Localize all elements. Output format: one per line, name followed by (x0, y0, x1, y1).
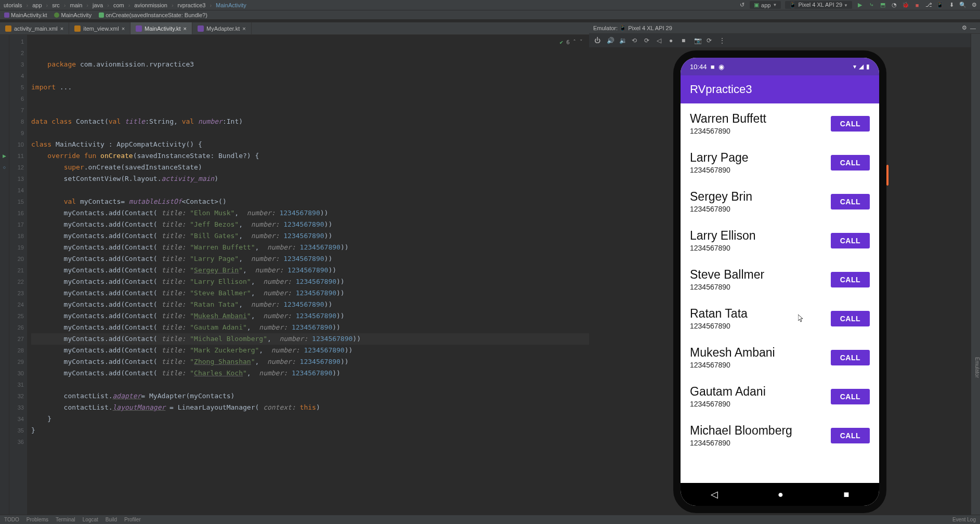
contact-row[interactable]: Larry Ellison1234567890CALL (681, 220, 879, 259)
crumb[interactable]: main (69, 2, 84, 8)
stop-icon[interactable]: ■ (913, 2, 921, 9)
profile-icon[interactable]: ◔ (891, 2, 898, 9)
sb-profiler[interactable]: Profiler (124, 517, 141, 522)
overview-icon[interactable]: ■ (682, 37, 689, 44)
menubar: utorials› app› src› main› java› com› avi… (0, 0, 980, 10)
contact-row[interactable]: Sergey Brin1234567890CALL (681, 181, 879, 220)
contact-row[interactable]: Michael Bloomberg1234567890CALL (681, 415, 879, 454)
crumb[interactable]: rvpractice3 (176, 2, 207, 8)
close-icon[interactable]: × (60, 25, 63, 32)
contact-name: Gautam Adani (690, 385, 766, 399)
run-config-dropdown[interactable]: ▣ app ▼ (750, 1, 781, 9)
debug-icon[interactable]: ⤷ (868, 2, 875, 9)
attach-icon[interactable]: 🐞 (902, 2, 909, 9)
minimize-icon[interactable]: — (970, 25, 976, 31)
nav-back-icon[interactable]: ◁ (711, 489, 718, 500)
rotate-right-icon[interactable]: ⟳ (644, 37, 651, 44)
git-icon[interactable]: ⎇ (925, 2, 932, 9)
tab-myadapter[interactable]: MyAdapter.kt× (192, 22, 252, 34)
xml-icon (5, 25, 11, 32)
phone-screen[interactable]: 10:44 ■ ◉ ▾◢▮ RVpractice3 Warren Buffett… (681, 58, 879, 506)
contact-name: Sergey Brin (690, 190, 752, 204)
volume-up-icon[interactable]: 🔊 (607, 37, 614, 44)
close-icon[interactable]: × (184, 25, 187, 32)
contact-row[interactable]: Warren Buffett1234567890CALL (681, 103, 879, 142)
nav-file[interactable]: MainActivity.kt (2, 12, 49, 18)
crumb[interactable]: MainActivity (214, 2, 248, 8)
breadcrumb[interactable]: utorials› app› src› main› java› com› avi… (2, 2, 248, 8)
sb-build[interactable]: Build (106, 517, 117, 522)
crumb[interactable]: avionmission (133, 2, 169, 8)
coverage-icon[interactable]: ⬒ (879, 2, 886, 9)
rotate-left-icon[interactable]: ⟲ (632, 37, 639, 44)
volume-down-icon[interactable]: 🔉 (619, 37, 626, 44)
tab-activity-main[interactable]: activity_main.xml× (0, 22, 69, 34)
chevron-down-icon[interactable]: ˇ (579, 37, 583, 48)
chevron-up-icon[interactable]: ˆ (573, 37, 577, 48)
wifi-icon: ▾ (853, 63, 856, 70)
crumb[interactable]: com (112, 2, 126, 8)
home-icon[interactable]: ● (669, 37, 676, 44)
nav-recent-icon[interactable]: ■ (843, 489, 849, 500)
sb-terminal[interactable]: Terminal (56, 517, 75, 522)
crumb[interactable]: src (50, 2, 61, 8)
more-icon[interactable]: ⋮ (719, 37, 726, 44)
close-icon[interactable]: × (242, 25, 245, 32)
power-icon[interactable]: ⏻ (594, 37, 602, 44)
gear-icon[interactable]: ⚙ (962, 24, 967, 31)
run-config-label: app (761, 2, 770, 8)
contact-row[interactable]: Ratan Tata1234567890CALL (681, 298, 879, 337)
contact-number: 1234567890 (690, 400, 766, 408)
sb-eventlog[interactable]: Event Log (952, 517, 976, 522)
nav-method[interactable]: onCreate(savedInstanceState: Bundle?) (97, 12, 210, 18)
crumb[interactable]: utorials (2, 2, 23, 8)
status-bar: TODO Problems Terminal Logcat Build Prof… (0, 515, 980, 524)
contact-row[interactable]: Steve Ballmer1234567890CALL (681, 259, 879, 298)
call-button[interactable]: CALL (831, 389, 870, 404)
right-sidebar[interactable]: Emulator (971, 34, 980, 515)
device-dropdown[interactable]: 📱 Pixel 4 XL API 29 ▼ (785, 1, 852, 9)
contact-row[interactable]: Larry Page1234567890CALL (681, 142, 879, 181)
inspection-widget[interactable]: ✔ 6 ˆ ˇ (560, 37, 583, 48)
contact-number: 1234567890 (690, 244, 756, 252)
avd-icon[interactable]: 📱 (936, 2, 944, 9)
phone-time: 10:44 (690, 63, 707, 71)
back-icon[interactable]: ◁ (657, 37, 664, 44)
call-button[interactable]: CALL (831, 428, 870, 443)
sdk-icon[interactable]: ⬇ (948, 2, 955, 9)
contact-number: 1234567890 (690, 361, 775, 369)
nav-home-icon[interactable]: ● (778, 489, 783, 500)
code-area[interactable]: ✔ 6 ˆ ˇ package com.avionmission.rvpract… (27, 35, 589, 515)
screenshot-icon[interactable]: 📷 (694, 37, 701, 44)
run-icon[interactable]: ▶ (856, 2, 864, 9)
call-button[interactable]: CALL (831, 116, 870, 132)
run-gutter-icon[interactable]: ▶ (0, 150, 9, 162)
screen-record-icon[interactable]: ⟳ (707, 37, 714, 44)
sb-problems[interactable]: Problems (27, 517, 48, 522)
tab-item-view[interactable]: item_view.xml× (69, 22, 130, 34)
editor[interactable]: ▶ ○ 123456789101112131415161718192021222… (0, 35, 589, 515)
tab-mainactivity[interactable]: MainActivity.kt× (130, 22, 192, 34)
call-button[interactable]: CALL (831, 272, 870, 287)
sb-logcat[interactable]: Logcat (83, 517, 98, 522)
crumb[interactable]: app (31, 2, 43, 8)
call-button[interactable]: CALL (831, 350, 870, 365)
close-icon[interactable]: × (122, 25, 125, 32)
call-button[interactable]: CALL (831, 194, 870, 209)
call-button[interactable]: CALL (831, 311, 870, 326)
crumb[interactable]: java (91, 2, 104, 8)
call-button[interactable]: CALL (831, 233, 870, 248)
workarea: activity_main.xml× item_view.xml× MainAc… (0, 22, 589, 515)
nav-class[interactable]: MainActivity (52, 12, 94, 18)
sb-todo[interactable]: TODO (4, 517, 19, 522)
contact-list[interactable]: Warren Buffett1234567890CALLLarry Page12… (681, 103, 879, 483)
sync-icon[interactable]: ↺ (738, 2, 746, 9)
override-icon[interactable]: ○ (0, 162, 9, 173)
search-icon[interactable]: 🔍 (959, 2, 966, 9)
call-button[interactable]: CALL (831, 155, 870, 171)
contact-number: 1234567890 (690, 283, 764, 291)
emulator-device: Pixel 4 XL API 29 (628, 25, 672, 31)
contact-row[interactable]: Gautam Adani1234567890CALL (681, 376, 879, 415)
settings-icon[interactable]: ⚙ (971, 2, 978, 9)
contact-row[interactable]: Mukesh Ambani1234567890CALL (681, 337, 879, 376)
